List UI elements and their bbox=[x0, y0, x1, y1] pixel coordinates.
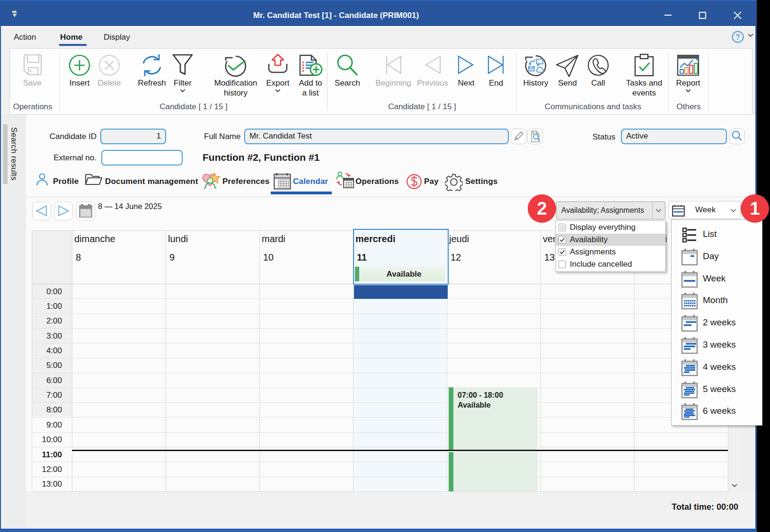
svg-text:?: ? bbox=[735, 33, 740, 41]
